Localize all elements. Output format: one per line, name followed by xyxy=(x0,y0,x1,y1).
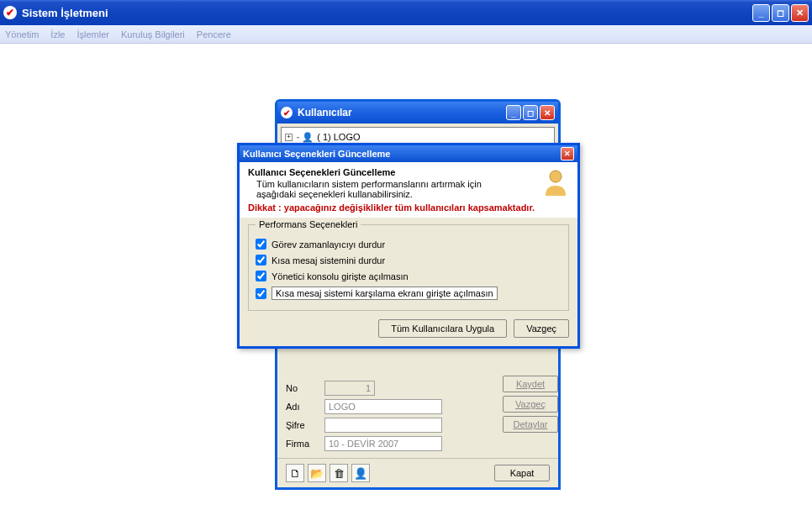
menubar: Yönetim İzle İşlemler Kuruluş Bilgileri … xyxy=(0,25,812,44)
users-toolbar: 🗋 📂 🗑 👤 Kapat xyxy=(277,458,558,487)
users-close-button[interactable]: ✕ xyxy=(540,105,555,120)
users-title: Kullanıcılar xyxy=(298,107,504,118)
menu-pencere[interactable]: Pencere xyxy=(197,29,231,39)
performance-groupbox: Performans Seçenekleri Görev zamanlayıcı… xyxy=(248,224,569,311)
users-titlebar: ✔ Kullanıcılar _ ◻ ✕ xyxy=(277,102,558,124)
dialog-desc1: Tüm kullanıcıların sistem performansları… xyxy=(256,179,569,189)
minimize-button[interactable]: _ xyxy=(752,4,770,22)
person-icon: 👤 xyxy=(302,132,314,143)
apply-all-button[interactable]: Tüm Kullanıcılara Uygula xyxy=(378,319,507,338)
cancel-button[interactable]: Vazgeç xyxy=(514,319,569,338)
chk-gorev-zamanlayici[interactable] xyxy=(256,239,266,250)
dialog-close-button[interactable]: ✕ xyxy=(561,147,574,160)
chk-karsilama-ekrani-label: Kısa mesaj sistemi karşılama ekranı giri… xyxy=(272,287,498,300)
input-adi[interactable] xyxy=(324,399,442,414)
chk-kisa-mesaj[interactable] xyxy=(256,255,266,266)
user-form: No Adı Şifre Firma Kaydet Vazgeç Detayla… xyxy=(277,376,558,458)
label-no: No xyxy=(286,383,324,393)
options-dialog: Kullanıcı Seçenekleri Güncelleme ✕ Kulla… xyxy=(237,143,580,349)
dialog-title: Kullanıcı Seçenekleri Güncelleme xyxy=(243,149,561,159)
input-no[interactable] xyxy=(324,381,375,396)
chk-kisa-mesaj-label: Kısa mesaj sistemini durdur xyxy=(272,255,385,266)
users-icon: ✔ xyxy=(281,107,293,118)
menu-yonetim[interactable]: Yönetim xyxy=(5,29,39,39)
user-icon[interactable]: 👤 xyxy=(351,464,370,482)
vazgec-button[interactable]: Vazgeç xyxy=(503,396,558,413)
users-maximize-button[interactable]: ◻ xyxy=(523,105,538,120)
maximize-button[interactable]: ◻ xyxy=(772,4,789,22)
chk-yonetici-konsolu[interactable] xyxy=(256,271,266,281)
dialog-header: Kullanıcı Seçenekleri Güncelleme Tüm kul… xyxy=(240,162,577,218)
input-firma[interactable] xyxy=(324,436,442,451)
label-adi: Adı xyxy=(286,402,324,412)
tree-expand-icon[interactable]: + xyxy=(285,134,293,141)
tree-item-label: ( 1) LOGO xyxy=(317,132,360,142)
open-icon[interactable]: 📂 xyxy=(308,464,326,482)
menu-kurulus[interactable]: Kuruluş Bilgileri xyxy=(121,29,185,39)
dialog-desc2: aşağıdaki seçenekleri kullanabilirsiniz. xyxy=(256,189,569,199)
users-minimize-button[interactable]: _ xyxy=(506,105,521,120)
input-sifre[interactable] xyxy=(324,418,442,433)
kaydet-button[interactable]: Kaydet xyxy=(503,376,558,392)
dialog-warning: Dikkat : yapacağınız değişiklikler tüm k… xyxy=(248,202,569,213)
delete-icon[interactable]: 🗑 xyxy=(330,464,348,482)
main-title: Sistem İşletmeni xyxy=(22,7,752,19)
dialog-titlebar: Kullanıcı Seçenekleri Güncelleme ✕ xyxy=(240,145,577,162)
kapat-button[interactable]: Kapat xyxy=(494,465,550,481)
chk-karsilama-ekrani[interactable] xyxy=(256,288,266,299)
chk-gorev-zamanlayici-label: Görev zamanlayıcıyı durdur xyxy=(272,239,385,250)
main-titlebar: ✔ Sistem İşletmeni _ ◻ ✕ xyxy=(0,0,812,25)
detaylar-button[interactable]: Detaylar xyxy=(503,416,558,433)
menu-izle[interactable]: İzle xyxy=(50,29,65,39)
groupbox-title: Performans Seçenekleri xyxy=(256,219,361,229)
new-icon[interactable]: 🗋 xyxy=(286,464,304,482)
label-sifre: Şifre xyxy=(286,420,324,430)
chk-yonetici-konsolu-label: Yönetici konsolu girişte açılmasın xyxy=(272,271,409,281)
app-icon: ✔ xyxy=(3,6,17,19)
tree-connector: ··· xyxy=(296,132,298,142)
menu-islemler[interactable]: İşlemler xyxy=(76,29,109,39)
dialog-heading: Kullanıcı Seçenekleri Güncelleme xyxy=(248,167,569,177)
close-button[interactable]: ✕ xyxy=(791,4,809,22)
dialog-body: Performans Seçenekleri Görev zamanlayıcı… xyxy=(240,218,577,346)
user-avatar-icon xyxy=(540,167,571,197)
label-firma: Firma xyxy=(286,439,324,449)
